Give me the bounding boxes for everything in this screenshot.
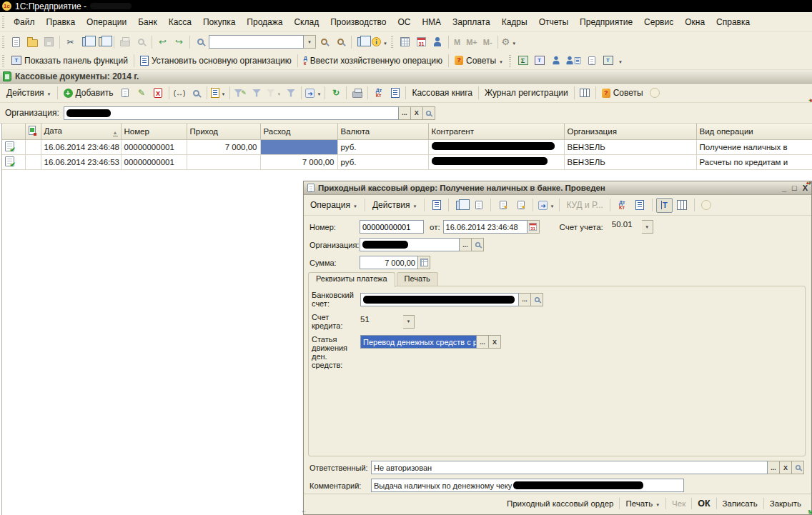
paste-button[interactable]: [95, 34, 112, 49]
close-dialog-button[interactable]: Закрыть: [764, 497, 807, 510]
filter-clear-button[interactable]: x: [282, 86, 299, 101]
dialog-dtkt-button[interactable]: ДтКт: [614, 198, 630, 213]
undo-button[interactable]: [154, 34, 171, 49]
memory-recall-button[interactable]: M: [451, 38, 463, 46]
person-t-report-button[interactable]: [548, 53, 564, 68]
account-combo[interactable]: 50.01: [612, 220, 653, 234]
organization-select-button[interactable]: [460, 238, 472, 251]
bank-account-open-button[interactable]: [531, 293, 543, 306]
search-dropdown-button[interactable]: [304, 35, 316, 49]
table-row[interactable]: 16.06.2014 23:46:53 00000000001 7 000,00…: [2, 154, 812, 169]
subordination-structure-button[interactable]: [674, 198, 690, 213]
dialog-go-to-button[interactable]: [537, 198, 555, 213]
unpost-document-button[interactable]: ↩: [513, 198, 529, 213]
account-dropdown-button[interactable]: [642, 220, 653, 234]
organization-open-button[interactable]: [423, 106, 435, 120]
reread-button[interactable]: ↻: [452, 198, 469, 213]
toolbar-overflow-button[interactable]: [618, 56, 623, 66]
windows-button[interactable]: [354, 34, 370, 49]
open-button[interactable]: [24, 34, 41, 49]
menu-hr[interactable]: Кадры: [496, 16, 533, 29]
show-function-panel-button[interactable]: Показать панель функций: [8, 53, 132, 68]
print-menu-button[interactable]: Печать: [620, 497, 665, 510]
organization-select-button[interactable]: [399, 106, 411, 120]
search-input[interactable]: [209, 35, 304, 49]
header-operation[interactable]: Вид операции: [696, 124, 812, 139]
header-expense[interactable]: Расход: [260, 124, 337, 139]
toolbar-grip[interactable]: [509, 55, 511, 66]
kud-button[interactable]: КУД и Р...: [563, 200, 605, 210]
sigma-table-report-button[interactable]: [515, 53, 531, 68]
responsible-clear-button[interactable]: [780, 461, 792, 474]
go-to-button[interactable]: [304, 86, 322, 101]
menu-operations[interactable]: Операции: [81, 16, 132, 29]
menu-nma[interactable]: НМА: [416, 16, 447, 29]
refresh-button[interactable]: [327, 86, 344, 101]
dialog-actions-menu-button[interactable]: Действия: [369, 198, 421, 213]
tips-button[interactable]: Советы: [598, 86, 647, 101]
menu-cash[interactable]: Касса: [163, 16, 197, 29]
header-posted-flag[interactable]: [25, 124, 41, 139]
responsible-field[interactable]: Не авторизован: [371, 461, 804, 474]
user-lock-button[interactable]: [430, 34, 446, 49]
menu-file[interactable]: Файл: [8, 16, 41, 29]
credit-account-dropdown-button[interactable]: [403, 315, 415, 329]
post-and-close-button[interactable]: ←: [428, 198, 445, 213]
write-button[interactable]: Записать: [717, 497, 763, 510]
cash-flow-article-clear-button[interactable]: [489, 335, 501, 349]
credit-account-combo[interactable]: 51: [360, 315, 415, 329]
toolbar-grip[interactable]: [2, 16, 4, 28]
toolbar-grip[interactable]: [2, 36, 4, 48]
document-t-report-button[interactable]: [583, 53, 600, 68]
memory-subtract-button[interactable]: M-: [480, 38, 495, 46]
selected-cell[interactable]: [260, 139, 337, 154]
operation-menu-button[interactable]: Операция: [307, 198, 361, 213]
header-currency[interactable]: Валюта: [337, 124, 428, 139]
find-next-button[interactable]: [316, 34, 332, 49]
header-organization[interactable]: Организация: [564, 124, 696, 139]
tab-payment-details[interactable]: Реквизиты платежа: [308, 272, 395, 287]
cash-book-button[interactable]: Кассовая книга: [408, 86, 476, 101]
calendar-button[interactable]: [413, 34, 430, 49]
set-interval-button[interactable]: [172, 86, 188, 101]
menu-os[interactable]: ОС: [392, 16, 416, 29]
responsible-open-button[interactable]: [792, 461, 804, 474]
toolbar-grip[interactable]: [391, 36, 393, 48]
cash-flow-article-field[interactable]: Перевод денежных средств с расче: [360, 335, 501, 349]
actions-menu-button[interactable]: Действия: [3, 86, 55, 101]
document-journal-button[interactable]: [387, 86, 403, 101]
menu-purchase[interactable]: Покупка: [197, 16, 241, 29]
menu-bank[interactable]: Банк: [132, 16, 162, 29]
person-list-report-button[interactable]: [564, 53, 583, 68]
menu-warehouse[interactable]: Склад: [288, 16, 325, 29]
copy-button[interactable]: [79, 34, 95, 49]
structure-tree-button[interactable]: [656, 198, 673, 213]
menu-reports[interactable]: Отчеты: [533, 16, 574, 29]
search-combobox[interactable]: [209, 35, 316, 49]
filter-history-button[interactable]: [265, 86, 283, 101]
responsible-select-button[interactable]: [768, 461, 780, 474]
print-list-button[interactable]: [349, 86, 365, 101]
find-prev-button[interactable]: [332, 34, 349, 49]
organization-filter-field[interactable]: [64, 106, 435, 120]
tips-button[interactable]: Советы: [451, 53, 507, 68]
ok-button[interactable]: ОК: [692, 496, 716, 511]
toolbar-grip[interactable]: [2, 55, 4, 66]
header-income[interactable]: Приход: [187, 124, 260, 139]
maximize-button[interactable]: □: [792, 184, 797, 192]
date-picker-button[interactable]: [528, 220, 540, 234]
save-button[interactable]: [41, 34, 57, 49]
tab-print[interactable]: Печать: [397, 272, 438, 286]
new-document-button[interactable]: [8, 34, 24, 49]
table-row[interactable]: 16.06.2014 23:46:48 00000000001 7 000,00…: [2, 139, 812, 154]
filter-by-value-button[interactable]: [249, 86, 265, 101]
cash-flow-article-select-button[interactable]: [477, 335, 489, 349]
registration-journal-button[interactable]: Журнал регистрации: [481, 86, 572, 101]
settings-wrench-button[interactable]: [500, 34, 518, 49]
organization-open-button[interactable]: [472, 238, 484, 251]
check-button[interactable]: Чек: [666, 497, 691, 510]
header-number[interactable]: Номер: [121, 124, 187, 139]
header-date[interactable]: Дата: [41, 124, 121, 139]
memory-add-button[interactable]: M+: [463, 38, 480, 46]
menu-production[interactable]: Производство: [325, 16, 392, 29]
